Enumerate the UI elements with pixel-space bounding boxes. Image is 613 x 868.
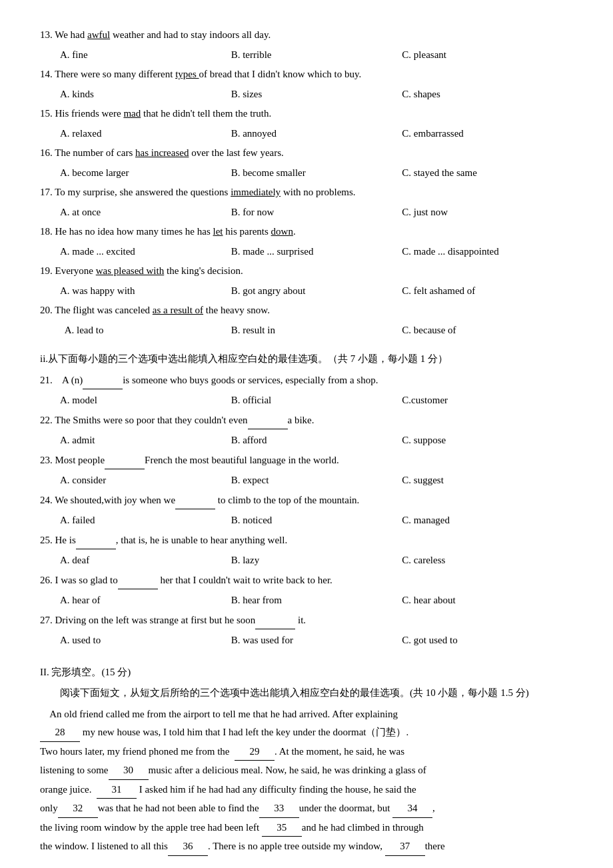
- q19-option-a: A. was happy with: [60, 283, 231, 300]
- q14-option-b: B. sizes: [231, 86, 402, 103]
- q15-option-a: A. relaxed: [60, 125, 231, 143]
- q22-option-c: C. suppose: [402, 432, 573, 449]
- q25-option-b: B. lazy: [231, 552, 402, 569]
- q15-options: A. relaxed B. annoyed C. embarrassed: [60, 125, 573, 143]
- q27-option-b: B. was used for: [231, 632, 402, 649]
- q18-option-c: C. made ... disappointed: [402, 243, 573, 261]
- q19-text: 19. Everyone was pleased with the king's…: [40, 265, 243, 276]
- passage-line-2: 28 my new house was, I told him that I h…: [40, 724, 573, 742]
- section-ii-header: ii.从下面每小题的三个选项中选出能填入相应空白处的最佳选项。（共 7 小题，每…: [40, 351, 573, 368]
- q15-option-b: B. annoyed: [231, 125, 402, 143]
- q23-text: 23. Most people French the most beautifu…: [40, 455, 339, 465]
- q21-option-b: B. official: [231, 392, 402, 409]
- passage-line-1: An old friend called me from the airport…: [40, 706, 573, 723]
- question-22: 22. The Smiths were so poor that they co…: [40, 412, 573, 430]
- q20-option-b: B. result in: [231, 322, 402, 339]
- question-24: 24. We shouted,with joy when we to climb…: [40, 492, 573, 510]
- q22-options: A. admit B. afford C. suppose: [60, 432, 573, 449]
- q14-options: A. kinds B. sizes C. shapes: [60, 86, 573, 103]
- q26-option-c: C. hear about: [402, 592, 573, 609]
- q18-option-a: A. made ... excited: [60, 243, 231, 261]
- q24-options: A. failed B. noticed C. managed: [60, 512, 573, 529]
- question-21: 21. A (n) is someone who buys goods or s…: [40, 372, 573, 390]
- q26-option-a: A. hear of: [60, 592, 231, 609]
- question-17: 17. To my surprise, she answered the que…: [40, 184, 573, 201]
- question-19: 19. Everyone was pleased with the king's…: [40, 263, 573, 280]
- passage-line-3: Two hours later, my friend phoned me fro…: [40, 743, 573, 761]
- q14-option-a: A. kinds: [60, 86, 231, 103]
- q21-option-c: C.customer: [402, 392, 573, 409]
- passage-line-5: orange juice. 31 I asked him if he had h…: [40, 781, 573, 799]
- q27-option-a: A. used to: [60, 632, 231, 649]
- q14-option-c: C. shapes: [402, 86, 573, 103]
- q18-option-b: B. made ... surprised: [231, 243, 402, 261]
- question-16: 16. The number of cars has increased ove…: [40, 145, 573, 162]
- q20-option-a: A. lead to: [60, 322, 231, 339]
- q13-option-b: B. terrible: [231, 47, 402, 64]
- q17-option-a: A. at once: [60, 204, 231, 221]
- q25-option-c: C. careless: [402, 552, 573, 569]
- q19-option-b: B. got angry about: [231, 283, 402, 300]
- q15-option-c: C. embarrassed: [402, 125, 573, 143]
- question-14: 14. There were so many different types o…: [40, 66, 573, 83]
- q17-options: A. at once B. for now C. just now: [60, 204, 573, 221]
- q23-option-c: C. suggest: [402, 472, 573, 489]
- q25-text: 25. He is , that is, he is unable to hea…: [40, 535, 287, 545]
- question-27: 27. Driving on the left was strange at f…: [40, 612, 573, 630]
- section-II-header: II. 完形填空。(15 分): [40, 664, 573, 681]
- q25-option-a: A. deaf: [60, 552, 231, 569]
- passage-line-4: listening to some 30 music after a delic…: [40, 762, 573, 780]
- q22-option-b: B. afford: [231, 432, 402, 449]
- q15-text: 15. His friends were mad that he didn't …: [40, 108, 271, 119]
- q19-option-c: C. felt ashamed of: [402, 283, 573, 300]
- q16-options: A. become larger B. become smaller C. st…: [60, 165, 573, 182]
- q13-options: A. fine B. terrible C. pleasant: [60, 47, 573, 64]
- q19-options: A. was happy with B. got angry about C. …: [60, 283, 573, 300]
- q26-option-b: B. hear from: [231, 592, 402, 609]
- passage: An old friend called me from the airport…: [40, 706, 573, 856]
- q17-option-c: C. just now: [402, 204, 573, 221]
- passage-line-7: the living room window by the apple tree…: [40, 819, 573, 837]
- q20-text: 20. The flight was canceled as a result …: [40, 305, 270, 315]
- q26-options: A. hear of B. hear from C. hear about: [60, 592, 573, 609]
- q27-option-c: C. got used to: [402, 632, 573, 649]
- q13-option-c: C. pleasant: [402, 47, 573, 64]
- q22-option-a: A. admit: [60, 432, 231, 449]
- q16-option-b: B. become smaller: [231, 165, 402, 182]
- question-18: 18. He has no idea how many times he has…: [40, 223, 573, 241]
- q21-options: A. model B. official C.customer: [60, 392, 573, 409]
- q16-option-a: A. become larger: [60, 165, 231, 182]
- q25-options: A. deaf B. lazy C. careless: [60, 552, 573, 569]
- question-13: 13. We had awful weather and had to stay…: [40, 27, 573, 44]
- questions-21-27: 21. A (n) is someone who buys goods or s…: [40, 372, 573, 649]
- question-25: 25. He is , that is, he is unable to hea…: [40, 532, 573, 550]
- question-23: 23. Most people French the most beautifu…: [40, 452, 573, 470]
- question-15: 15. His friends were mad that he didn't …: [40, 105, 573, 123]
- question-20: 20. The flight was canceled as a result …: [40, 302, 573, 319]
- q24-option-b: B. noticed: [231, 512, 402, 529]
- q27-options: A. used to B. was used for C. got used t…: [60, 632, 573, 649]
- section-II-intro: 阅读下面短文，从短文后所给的三个选项中选出能填入相应空白处的最佳选项。(共 10…: [40, 685, 573, 702]
- q13-option-a: A. fine: [60, 47, 231, 64]
- q24-option-c: C. managed: [402, 512, 573, 529]
- q17-option-b: B. for now: [231, 204, 402, 221]
- q16-option-c: C. stayed the same: [402, 165, 573, 182]
- q23-option-b: B. expect: [231, 472, 402, 489]
- q16-text: 16. The number of cars has increased ove…: [40, 147, 284, 158]
- q14-text: 14. There were so many different types o…: [40, 69, 361, 79]
- passage-line-6: only 32 was that he had not been able to…: [40, 800, 573, 818]
- q24-text: 24. We shouted,with joy when we to climb…: [40, 495, 359, 505]
- q24-option-a: A. failed: [60, 512, 231, 529]
- questions-13-20: 13. We had awful weather and had to stay…: [40, 27, 573, 339]
- q13-text: 13. We had awful weather and had to stay…: [40, 29, 271, 40]
- q23-options: A. consider B. expect C. suggest: [60, 472, 573, 489]
- q18-options: A. made ... excited B. made ... surprise…: [60, 243, 573, 261]
- q23-option-a: A. consider: [60, 472, 231, 489]
- passage-line-8: the window. I listened to all this 36 . …: [40, 838, 573, 856]
- q22-text: 22. The Smiths were so poor that they co…: [40, 415, 314, 425]
- question-26: 26. I was so glad to her that I couldn't…: [40, 572, 573, 590]
- q20-options: A. lead to B. result in C. because of: [60, 322, 573, 339]
- q20-option-c: C. because of: [402, 322, 573, 339]
- q18-text: 18. He has no idea how many times he has…: [40, 226, 296, 237]
- q27-text: 27. Driving on the left was strange at f…: [40, 615, 306, 625]
